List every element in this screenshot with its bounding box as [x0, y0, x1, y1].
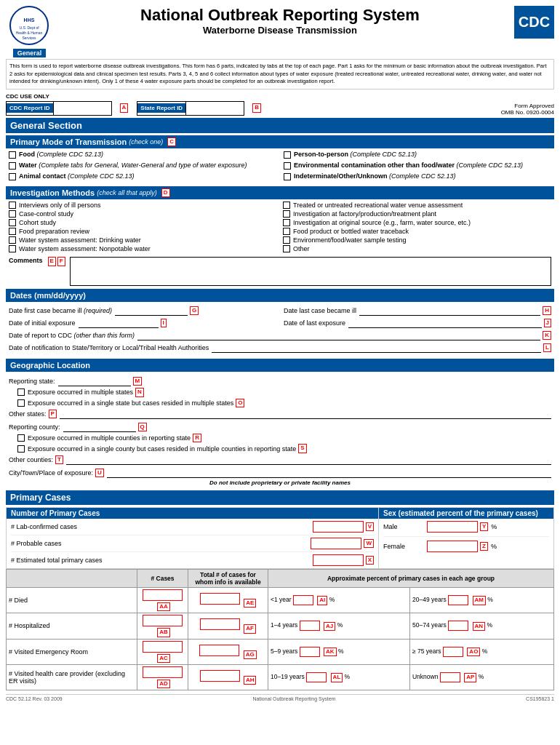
hosp-total-input[interactable] — [200, 618, 240, 630]
footer-left: CDC 52.12 Rev. 03 2009 — [6, 696, 63, 701]
header-logo-left: HHS U.S. Dept of Health & Human Services… — [6, 6, 53, 57]
badge-y: Y — [480, 522, 488, 531]
page: HHS U.S. Dept of Health & Human Services… — [0, 0, 560, 707]
checkbox-indeterminate[interactable] — [284, 173, 291, 180]
city-input[interactable] — [107, 468, 551, 478]
checkbox-inv-2[interactable] — [9, 210, 16, 218]
badge-ah: AH — [244, 676, 257, 685]
checkbox-inv-10[interactable] — [283, 228, 290, 235]
hcp-cases-input[interactable] — [143, 666, 183, 678]
checkbox-multi-state[interactable] — [17, 389, 25, 396]
reporting-state-input[interactable] — [58, 376, 131, 386]
date-last-case-input[interactable] — [359, 306, 540, 316]
badge-ad: AD — [157, 680, 170, 688]
date-first-case-label: Date first case became ill (required) — [9, 307, 112, 314]
checkbox-food[interactable] — [9, 151, 16, 159]
badge-aa: AA — [157, 602, 170, 611]
inv-method-11: Environment/food/water sample testing — [283, 236, 551, 244]
intro-text: This form is used to report waterborne d… — [6, 59, 554, 89]
date-initial-exposure-input[interactable] — [79, 318, 159, 328]
er-cases-cell: AC — [137, 639, 188, 664]
badge-c: C — [167, 138, 176, 146]
age-20-49-input[interactable] — [448, 595, 468, 605]
checkbox-inv-9[interactable] — [283, 219, 290, 226]
date-last-exposure-input[interactable] — [348, 318, 541, 328]
hcp-total-cell: AH — [188, 665, 268, 690]
hosp-cases-input[interactable] — [143, 615, 183, 626]
comments-label: Comments — [9, 257, 43, 264]
checkbox-inv-8[interactable] — [283, 210, 290, 218]
checkbox-inv-6[interactable] — [9, 245, 16, 252]
age-unknown-cell: Unknown AP % — [409, 665, 553, 690]
cdc-report-id-input[interactable] — [53, 102, 111, 115]
checkbox-inv-4[interactable] — [9, 228, 16, 235]
inv-method-1: Interviews only of ill persons — [9, 202, 277, 209]
badge-g: G — [190, 306, 199, 315]
page-title: National Outbreak Reporting System — [60, 6, 500, 25]
state-report-id-input[interactable] — [185, 102, 244, 115]
reporting-county-input[interactable] — [63, 422, 136, 432]
badge-b: B — [252, 103, 261, 112]
checkbox-inv-3[interactable] — [9, 219, 16, 226]
probable-cases-input[interactable] — [311, 538, 361, 549]
age-20-49-cell: 20–49 years AM % — [409, 587, 553, 613]
female-input[interactable] — [427, 541, 478, 552]
checkbox-environmental[interactable] — [284, 162, 291, 170]
checkbox-inv-5[interactable] — [9, 236, 16, 244]
checkbox-animal[interactable] — [9, 173, 16, 180]
age-50-74-input[interactable] — [448, 621, 468, 631]
single-county-multi-label: Exposure occurred in a single county but… — [28, 445, 296, 453]
svg-text:Health & Human: Health & Human — [16, 31, 43, 35]
age-5-9-input[interactable] — [300, 647, 320, 657]
checkbox-water[interactable] — [9, 162, 16, 170]
date-report-cdc-input[interactable] — [137, 330, 540, 340]
died-total-cell: AE — [188, 587, 268, 613]
badge-e: E — [48, 257, 56, 266]
checkbox-single-state-multi[interactable] — [17, 399, 25, 407]
age-10-19-input[interactable] — [306, 672, 327, 682]
table-row: # Died AA AE <1 year AI % 20–49 years — [7, 587, 554, 613]
age-1-4-input[interactable] — [300, 621, 320, 631]
option-indeterminate: Indeterminate/Other/Unknown (Complete CD… — [284, 172, 551, 180]
badge-t: T — [55, 455, 63, 464]
probable-cases-label: # Probable cases — [11, 540, 311, 547]
checkbox-inv-1[interactable] — [9, 202, 16, 209]
footer-center: National Outbreak Reporting System — [252, 696, 335, 701]
reporting-county-label: Reporting county: — [9, 423, 60, 431]
other-counties-input[interactable] — [66, 455, 551, 465]
no-proprietary-note: Do not include proprietary or private fa… — [9, 479, 551, 486]
badge-ag: AG — [244, 650, 257, 659]
estimated-total-input[interactable] — [313, 554, 364, 566]
age-75-input[interactable] — [443, 647, 463, 657]
cdc-logo: CDC — [514, 6, 554, 39]
col-header-cases: # Cases — [137, 569, 188, 587]
er-total-input[interactable] — [199, 645, 239, 656]
checkbox-person[interactable] — [284, 151, 291, 159]
hcp-total-input[interactable] — [200, 670, 240, 682]
badge-aj: AJ — [324, 622, 335, 631]
died-cases-input[interactable] — [143, 589, 183, 601]
age-less1-cell: <1 year AI % — [268, 587, 410, 613]
age-1-4-cell: 1–4 years AJ % — [268, 613, 410, 639]
female-percent: % — [491, 543, 497, 550]
option-person: Person-to-person (Complete CDC 52.13) — [284, 151, 551, 159]
badge-ac: AC — [157, 654, 170, 663]
male-input[interactable] — [427, 521, 478, 533]
checkbox-inv-12[interactable] — [283, 245, 290, 252]
checkbox-inv-11[interactable] — [283, 236, 290, 244]
died-total-input[interactable] — [200, 593, 240, 605]
hosp-total-cell: AF — [188, 613, 268, 639]
lab-confirmed-input[interactable] — [313, 521, 364, 533]
other-states-input[interactable] — [60, 409, 551, 419]
date-notification-input[interactable] — [212, 343, 541, 353]
age-less1-input[interactable] — [293, 595, 313, 605]
checkbox-single-county-multi[interactable] — [17, 445, 25, 453]
er-cases-input[interactable] — [143, 641, 183, 653]
date-first-case-input[interactable] — [115, 306, 188, 316]
col-header-age: Approximate percent of primary cases in … — [268, 569, 554, 587]
comments-input[interactable] — [70, 257, 551, 286]
checkbox-multi-county[interactable] — [17, 434, 25, 442]
checkbox-inv-7[interactable] — [283, 202, 290, 209]
number-header: Number of Primary Cases — [7, 508, 378, 519]
age-unknown-input[interactable] — [440, 672, 460, 682]
